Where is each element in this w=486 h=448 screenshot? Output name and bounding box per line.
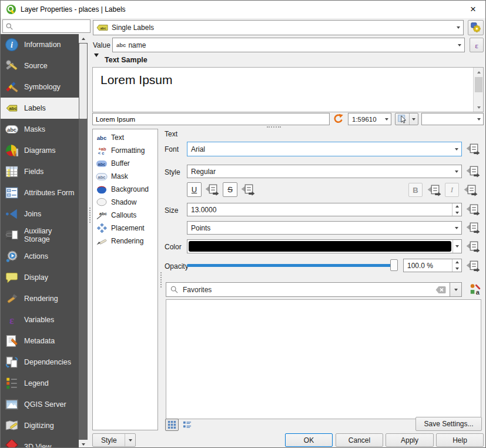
chevron-down-icon[interactable] (453, 240, 461, 253)
style-manager-button[interactable]: a (469, 283, 482, 296)
sidebar-scrollbar[interactable] (79, 34, 88, 448)
spin-up-icon[interactable] (453, 259, 461, 266)
size-units-select[interactable]: Points (187, 221, 462, 235)
list-view-button[interactable] (180, 419, 194, 431)
clear-filter-icon[interactable] (434, 285, 447, 295)
reset-sample-button[interactable] (333, 113, 345, 125)
sidebar-item-3d-view[interactable]: 3D View (1, 436, 79, 448)
value-field-select[interactable]: abc name (112, 38, 465, 52)
tab-callouts[interactable]: abcCallouts (93, 209, 157, 222)
automated-placement-settings-button[interactable] (468, 20, 484, 35)
sidebar-item-display[interactable]: Display (1, 267, 79, 288)
sidebar-item-variables[interactable]: εVariables (1, 309, 79, 330)
sidebar-item-masks[interactable]: abcMasks (1, 119, 79, 140)
style-menu-button[interactable]: Style (92, 433, 136, 447)
sidebar-item-joins[interactable]: Joins (1, 203, 79, 225)
text-format-list[interactable] (166, 299, 481, 419)
tab-rendering[interactable]: Rendering (93, 235, 157, 248)
map-scale-tool-button[interactable] (395, 113, 418, 125)
tab-placement[interactable]: Placement (93, 222, 157, 235)
strikethrough-button[interactable]: S (223, 182, 237, 197)
sidebar-item-attributes-form[interactable]: Attributes Form (1, 182, 79, 203)
tab-shadow[interactable]: Shadow (93, 196, 157, 209)
text-color-button[interactable] (187, 239, 462, 253)
cancel-button[interactable]: Cancel (336, 433, 383, 447)
tab-background[interactable]: Background (93, 183, 157, 196)
expression-builder-button[interactable]: ε (470, 38, 484, 52)
sidebar-item-metadata[interactable]: Metadata (1, 330, 79, 352)
opacity-spinbox[interactable]: 100.0 % (403, 259, 462, 272)
spin-down-icon[interactable] (453, 266, 461, 272)
sidebar-item-dependencies[interactable]: Dependencies (1, 352, 79, 373)
scrollbar-thumb[interactable] (475, 77, 482, 92)
font-style-select[interactable]: Regular (187, 165, 462, 178)
data-defined-override-bold[interactable] (427, 183, 441, 196)
sidebar-item-legend[interactable]: Legend (1, 373, 79, 394)
data-defined-override-size[interactable] (466, 203, 480, 216)
data-defined-override-color[interactable] (466, 240, 480, 253)
data-defined-override-strikethrough[interactable] (241, 183, 255, 196)
style-filter-box[interactable]: Favorites (166, 282, 450, 297)
data-defined-override-style[interactable] (466, 165, 480, 178)
save-settings-button[interactable]: Save Settings... (415, 417, 482, 431)
icon-view-button[interactable] (165, 419, 179, 431)
sidebar-item-source[interactable]: Source (1, 55, 79, 76)
sidebar-item-rendering[interactable]: Rendering (1, 288, 79, 309)
sample-scale-select[interactable]: 1:59610 (348, 113, 391, 125)
tab-buffer[interactable]: abcBuffer (93, 157, 157, 170)
underline-button[interactable]: U (187, 182, 202, 197)
spin-up-icon[interactable] (453, 203, 461, 210)
data-defined-override-font[interactable] (466, 142, 480, 155)
reset-arrow-icon (333, 113, 344, 124)
slider-handle[interactable] (390, 259, 398, 271)
collapse-triangle-icon[interactable] (94, 57, 99, 65)
scrollbar-thumb[interactable] (79, 44, 87, 119)
apply-button[interactable]: Apply (386, 433, 434, 447)
opacity-slider[interactable] (187, 259, 398, 272)
scroll-down-icon[interactable] (79, 440, 88, 448)
scroll-down-icon[interactable] (474, 103, 484, 112)
chevron-down-icon (451, 222, 461, 234)
splitter-handle[interactable] (267, 126, 281, 128)
tab-text[interactable]: abcText (93, 131, 157, 144)
tab-mask[interactable]: abcMask (93, 170, 157, 183)
data-defined-override-opacity[interactable] (466, 259, 480, 272)
ok-button[interactable]: OK (285, 433, 333, 447)
sidebar-item-labels[interactable]: abcLabels (1, 98, 79, 119)
size-spinbox[interactable]: 13.0000 (187, 203, 462, 216)
font-select[interactable]: Arial (187, 142, 462, 156)
sidebar-item-symbology[interactable]: Symbology (1, 76, 79, 98)
sidebar-item-auxiliary-storage[interactable]: Auxiliary Storage (1, 225, 79, 246)
close-icon[interactable]: × (465, 2, 481, 16)
data-defined-override-units[interactable] (466, 221, 480, 234)
sample-text-input[interactable] (92, 113, 330, 125)
sidebar-item-information[interactable]: iInformation (1, 34, 79, 55)
search-input[interactable] (14, 22, 90, 31)
tab-formatting[interactable]: +ab< cFormatting (93, 144, 157, 157)
spin-down-icon[interactable] (453, 210, 461, 216)
data-defined-override-underline[interactable] (205, 183, 219, 196)
sidebar-item-label: QGIS Server (24, 400, 66, 409)
sidebar-item-qgis-server[interactable]: QGIS Server (1, 394, 79, 415)
preview-background-select[interactable] (421, 113, 484, 125)
scroll-up-icon[interactable] (474, 68, 484, 76)
slider-track[interactable] (187, 264, 396, 267)
splitter-handle[interactable] (160, 272, 162, 287)
italic-button[interactable]: I (445, 183, 459, 197)
splitter-handle[interactable] (89, 208, 91, 223)
chevron-down-icon[interactable] (409, 113, 417, 125)
sidebar-item-actions[interactable]: Actions (1, 246, 79, 267)
spinner-buttons[interactable] (452, 259, 461, 272)
help-button[interactable]: Help (436, 433, 484, 447)
labeling-mode-select[interactable]: abc Single Labels (93, 20, 464, 35)
data-defined-override-italic[interactable] (464, 183, 478, 196)
preview-scrollbar[interactable] (473, 68, 483, 112)
filter-dropdown-button[interactable] (450, 282, 462, 297)
sidebar-item-diagrams[interactable]: Diagrams (1, 140, 79, 161)
scroll-up-icon[interactable] (79, 34, 88, 43)
sidebar-item-fields[interactable]: Fields (1, 161, 79, 182)
bold-button[interactable]: B (408, 183, 423, 197)
sidebar-item-digitizing[interactable]: Digitizing (1, 415, 79, 436)
spinner-buttons[interactable] (452, 203, 461, 216)
sidebar-item-label: Source (24, 62, 48, 70)
